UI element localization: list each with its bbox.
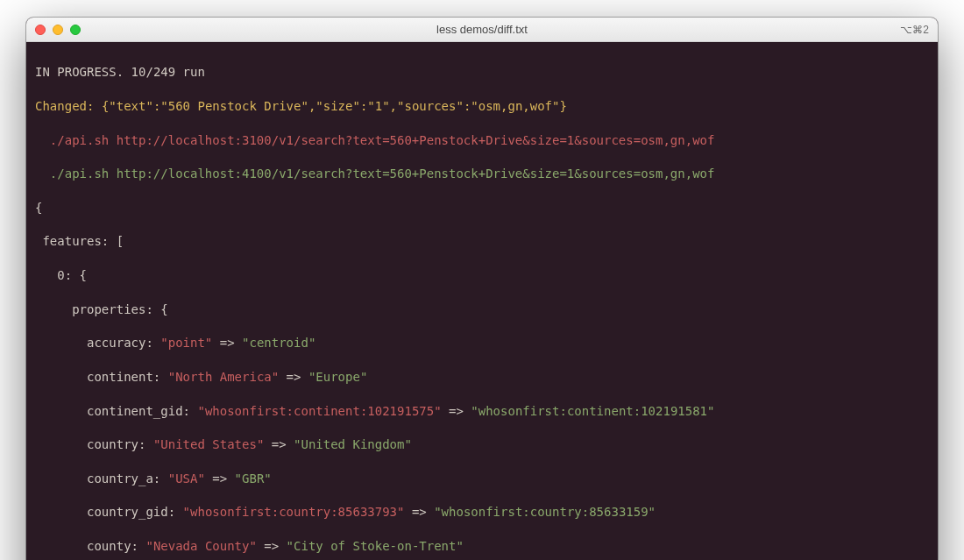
brace-open: { bbox=[35, 201, 42, 215]
changed-prefix: Changed: bbox=[35, 99, 94, 113]
k-country-a: country_a: bbox=[87, 471, 160, 486]
command-a: ./api.sh http://localhost:3100/v1/search… bbox=[50, 133, 715, 147]
titlebar: less demos/diff.txt ⌥⌘2 bbox=[26, 18, 938, 42]
terminal-body[interactable]: IN PROGRESS. 10/249 run Changed: {"text"… bbox=[26, 42, 938, 560]
index-0: 0: { bbox=[57, 268, 87, 282]
k-country: country: bbox=[87, 437, 145, 451]
command-b: ./api.sh http://localhost:4100/v1/search… bbox=[50, 167, 715, 181]
minimize-icon[interactable] bbox=[53, 25, 63, 35]
progress-count: 10/249 run bbox=[131, 65, 205, 79]
zoom-icon[interactable] bbox=[70, 25, 81, 35]
k-continent-gid: continent_gid: bbox=[87, 404, 190, 418]
terminal-window: less demos/diff.txt ⌥⌘2 IN PROGRESS. 10/… bbox=[26, 18, 938, 560]
traffic-lights bbox=[35, 25, 81, 35]
k-continent: continent: bbox=[87, 370, 160, 384]
close-icon[interactable] bbox=[35, 25, 46, 35]
properties-key: properties: { bbox=[72, 302, 168, 316]
window-title: less demos/diff.txt bbox=[26, 23, 938, 36]
k-county: county: bbox=[87, 539, 138, 553]
new-accuracy: "centroid" bbox=[242, 336, 315, 350]
k-country-gid: country_gid: bbox=[87, 505, 175, 519]
pane-indicator: ⌥⌘2 bbox=[900, 24, 929, 36]
old-accuracy: "point" bbox=[160, 336, 212, 350]
features-key: features: [ bbox=[42, 234, 124, 248]
k-accuracy: accuracy: bbox=[87, 336, 153, 350]
changed-json: {"text":"560 Penstock Drive","size":"1",… bbox=[102, 99, 567, 113]
progress-label: IN PROGRESS. bbox=[35, 65, 124, 79]
